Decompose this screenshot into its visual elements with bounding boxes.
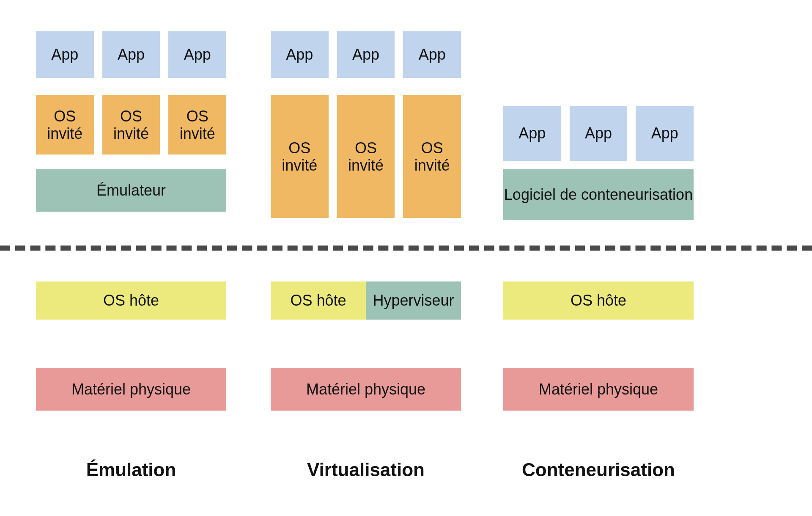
guest-os-box: OS invité	[403, 95, 461, 218]
emulator-box: Émulateur	[36, 169, 226, 212]
virtualization-apps-row: App App App	[271, 31, 461, 78]
guest-os-box: OS invité	[168, 95, 226, 155]
app-box: App	[36, 31, 94, 78]
app-box: App	[102, 31, 160, 78]
virtualization-host-row: OS hôte Hyperviseur	[271, 281, 461, 320]
app-box: App	[403, 31, 461, 78]
hardware-box: Matériel physique	[36, 368, 226, 411]
hardware-box: Matériel physique	[503, 368, 694, 411]
emulator-row: Émulateur	[36, 169, 226, 212]
hypervisor-box: Hyperviseur	[366, 281, 461, 320]
app-box: App	[337, 31, 395, 78]
containerization-apps-row: App App App	[503, 106, 694, 161]
emulation-apps-row: App App App	[36, 31, 226, 78]
virtualization-hw-row: Matériel physique	[271, 368, 461, 411]
container-software-box: Logiciel de conteneurisation	[503, 169, 694, 220]
hardware-box: Matériel physique	[271, 368, 461, 411]
app-box: App	[503, 106, 561, 161]
app-box: App	[636, 106, 694, 161]
diagram-canvas: App App App OS invité OS invité OS invit…	[0, 0, 812, 516]
guest-os-box: OS invité	[36, 95, 94, 155]
containerization-hw-row: Matériel physique	[503, 368, 694, 411]
emulation-hw-row: Matériel physique	[36, 368, 226, 411]
container-software-row: Logiciel de conteneurisation	[503, 169, 694, 220]
host-os-box: OS hôte	[36, 281, 226, 320]
divider-dashed	[0, 246, 812, 251]
emulation-host-row: OS hôte	[36, 281, 226, 320]
emulation-title: Émulation	[36, 459, 226, 480]
app-box: App	[168, 31, 226, 78]
app-box: App	[570, 106, 628, 161]
virtualization-title: Virtualisation	[271, 459, 461, 480]
emulation-guest-row: OS invité OS invité OS invité	[36, 95, 226, 155]
host-os-box: OS hôte	[503, 281, 694, 320]
containerization-host-row: OS hôte	[503, 281, 694, 320]
guest-os-box: OS invité	[337, 95, 395, 218]
containerization-title: Conteneurisation	[503, 459, 694, 480]
guest-os-box: OS invité	[102, 95, 160, 155]
guest-os-box: OS invité	[271, 95, 329, 218]
app-box: App	[271, 31, 329, 78]
virtualization-guest-row: OS invité OS invité OS invité	[271, 95, 461, 218]
host-os-box: OS hôte	[271, 281, 366, 320]
